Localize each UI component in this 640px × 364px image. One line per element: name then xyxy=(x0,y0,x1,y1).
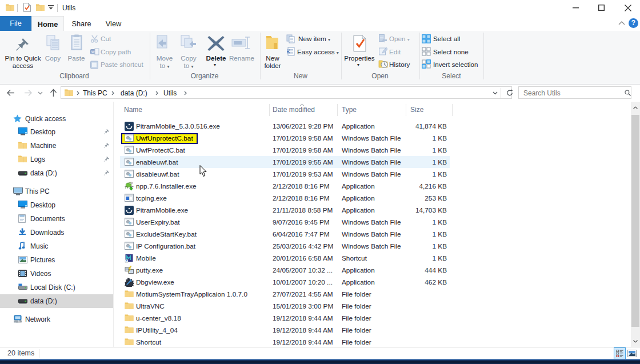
svg-text:W: W xyxy=(91,50,95,54)
